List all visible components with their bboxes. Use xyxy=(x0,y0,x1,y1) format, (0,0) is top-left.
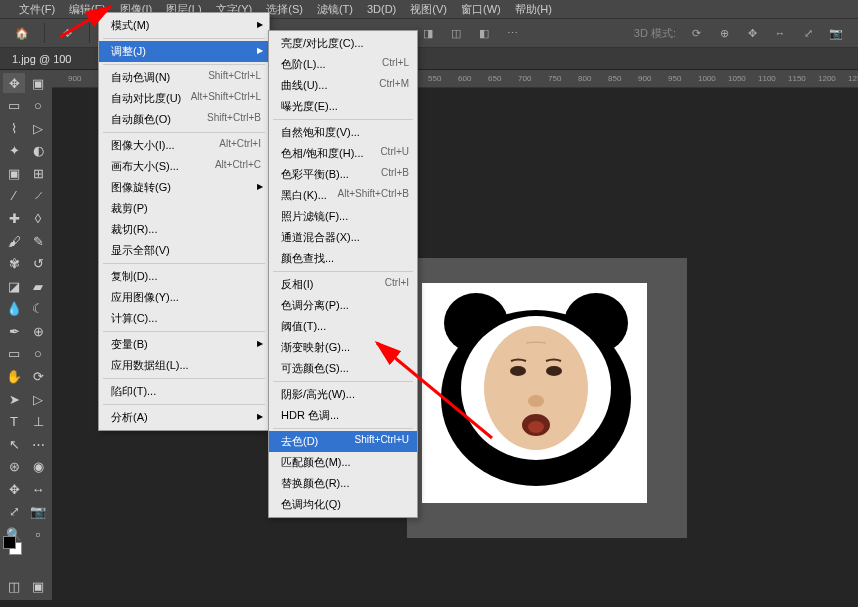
pencil-tool[interactable]: ✎ xyxy=(27,231,49,251)
3d-pan-tool[interactable]: ✥ xyxy=(3,479,25,499)
eyedropper-tool[interactable]: ⁄ xyxy=(3,186,25,206)
brush-tool[interactable]: 🖌 xyxy=(3,231,25,251)
poly-lasso-tool[interactable]: ▷ xyxy=(27,118,49,138)
menu-trim[interactable]: 裁切(R)... xyxy=(99,219,269,240)
quick-select-tool[interactable]: ◐ xyxy=(27,141,49,161)
menu-equalize[interactable]: 色调均化(Q) xyxy=(269,494,417,515)
add-anchor-tool[interactable]: ⊕ xyxy=(27,321,49,341)
crop-tool[interactable]: ▣ xyxy=(3,163,25,183)
ellipse-tool[interactable]: ○ xyxy=(27,344,49,364)
menu-apply-image[interactable]: 应用图像(Y)... xyxy=(99,287,269,308)
3d-roll-tool[interactable]: ◉ xyxy=(27,457,49,477)
menu-curves[interactable]: 曲线(U)...Ctrl+M xyxy=(269,75,417,96)
3d-camera-icon[interactable]: 📷 xyxy=(824,21,848,45)
menu-hue-saturation[interactable]: 色相/饱和度(H)...Ctrl+U xyxy=(269,143,417,164)
3d-orbit-icon[interactable]: ⟳ xyxy=(684,21,708,45)
menu-auto-tone[interactable]: 自动色调(N)Shift+Ctrl+L xyxy=(99,67,269,88)
menubar-item-8[interactable]: 视图(V) xyxy=(403,0,454,19)
menu-photo-filter[interactable]: 照片滤镜(F)... xyxy=(269,206,417,227)
menu-color-lookup[interactable]: 颜色查找... xyxy=(269,248,417,269)
3d-camera-tool[interactable]: 📷 xyxy=(27,502,49,522)
dodge-tool[interactable]: ☾ xyxy=(27,299,49,319)
menu-apply-dataset[interactable]: 应用数据组(L)... xyxy=(99,355,269,376)
menu-exposure[interactable]: 曝光度(E)... xyxy=(269,96,417,117)
menu-color-balance[interactable]: 色彩平衡(B)...Ctrl+B xyxy=(269,164,417,185)
menu-brightness-contrast[interactable]: 亮度/对比度(C)... xyxy=(269,33,417,54)
ruler-tick: 750 xyxy=(548,74,561,83)
history-brush-tool[interactable]: ↺ xyxy=(27,254,49,274)
foreground-color[interactable] xyxy=(3,536,16,549)
direct-select-tool[interactable]: ▷ xyxy=(27,389,49,409)
screen-mode-tool[interactable]: ▣ xyxy=(27,576,49,596)
more-icon[interactable]: ⋯ xyxy=(500,21,524,45)
ruler-tick: 1250 xyxy=(848,74,858,83)
wand-tool[interactable]: ✦ xyxy=(3,141,25,161)
menubar-item-10[interactable]: 帮助(H) xyxy=(508,0,559,19)
svg-line-11 xyxy=(60,7,110,37)
lasso-tool[interactable]: ⌇ xyxy=(3,118,25,138)
menu-canvas-size[interactable]: 画布大小(S)...Alt+Ctrl+C xyxy=(99,156,269,177)
menu-replace-color[interactable]: 替换颜色(R)... xyxy=(269,473,417,494)
color-swatches[interactable] xyxy=(3,536,23,556)
align-right-icon[interactable]: ◧ xyxy=(472,21,496,45)
menu-invert[interactable]: 反相(I)Ctrl+I xyxy=(269,274,417,295)
more-tool-2[interactable]: ▫ xyxy=(27,525,49,545)
rect-tool[interactable]: ▭ xyxy=(3,344,25,364)
frame-tool[interactable]: ⊞ xyxy=(27,163,49,183)
ruler-tool[interactable]: ⟋ xyxy=(27,186,49,206)
quickmask-tool[interactable]: ◫ xyxy=(3,576,25,596)
align-left-icon[interactable]: ◨ xyxy=(416,21,440,45)
vtype-tool[interactable]: ⊥ xyxy=(27,412,49,432)
ellipse-marquee-tool[interactable]: ○ xyxy=(27,96,49,116)
menu-posterize[interactable]: 色调分离(P)... xyxy=(269,295,417,316)
blur-tool[interactable]: 💧 xyxy=(3,299,25,319)
menu-auto-contrast[interactable]: 自动对比度(U)Alt+Shift+Ctrl+L xyxy=(99,88,269,109)
document-tab[interactable]: 1.jpg @ 100 xyxy=(12,53,72,65)
marquee-tool[interactable]: ▭ xyxy=(3,96,25,116)
stamp-tool[interactable]: ✾ xyxy=(3,254,25,274)
home-icon[interactable]: 🏠 xyxy=(10,21,34,45)
move-tool[interactable]: ✥ xyxy=(3,73,25,93)
3d-scale-tool[interactable]: ⤢ xyxy=(3,502,25,522)
menubar-item-6[interactable]: 滤镜(T) xyxy=(310,0,360,19)
menu-analysis[interactable]: 分析(A) xyxy=(99,407,269,428)
align-hcenter-icon[interactable]: ◫ xyxy=(444,21,468,45)
svg-point-7 xyxy=(528,395,544,407)
menubar-item-7[interactable]: 3D(D) xyxy=(360,1,403,17)
menu-levels[interactable]: 色阶(L)...Ctrl+L xyxy=(269,54,417,75)
menu-match-color[interactable]: 匹配颜色(M)... xyxy=(269,452,417,473)
type-tool[interactable]: T xyxy=(3,412,25,432)
heal-tool[interactable]: ✚ xyxy=(3,208,25,228)
3d-scale-icon[interactable]: ⤢ xyxy=(796,21,820,45)
menu-reveal-all[interactable]: 显示全部(V) xyxy=(99,240,269,261)
menu-vibrance[interactable]: 自然饱和度(V)... xyxy=(269,122,417,143)
pen-tool[interactable]: ✒ xyxy=(3,321,25,341)
patch-tool[interactable]: ◊ xyxy=(27,208,49,228)
eraser-tool[interactable]: ◪ xyxy=(3,276,25,296)
hand-tool[interactable]: ✋ xyxy=(3,367,25,387)
path-select-tool[interactable]: ➤ xyxy=(3,389,25,409)
menu-variables[interactable]: 变量(B) xyxy=(99,334,269,355)
menu-crop[interactable]: 裁剪(P) xyxy=(99,198,269,219)
menu-calculations[interactable]: 计算(C)... xyxy=(99,308,269,329)
menu-black-white[interactable]: 黑白(K)...Alt+Shift+Ctrl+B xyxy=(269,185,417,206)
more-tool[interactable]: ⋯ xyxy=(27,434,49,454)
arrow-tool[interactable]: ↖ xyxy=(3,434,25,454)
svg-point-5 xyxy=(510,366,526,376)
menu-image-size[interactable]: 图像大小(I)...Alt+Ctrl+I xyxy=(99,135,269,156)
3d-roll-icon[interactable]: ⊕ xyxy=(712,21,736,45)
3d-pan-icon[interactable]: ✥ xyxy=(740,21,764,45)
menubar-item-9[interactable]: 窗口(W) xyxy=(454,0,508,19)
3d-slide-icon[interactable]: ↔ xyxy=(768,21,792,45)
rotate-tool[interactable]: ⟳ xyxy=(27,367,49,387)
menu-auto-color[interactable]: 自动颜色(O)Shift+Ctrl+B xyxy=(99,109,269,130)
3d-slide-tool[interactable]: ↔ xyxy=(27,479,49,499)
menu-duplicate[interactable]: 复制(D)... xyxy=(99,266,269,287)
artboard-tool[interactable]: ▣ xyxy=(27,73,49,93)
menu-adjustments[interactable]: 调整(J) xyxy=(99,41,269,62)
gradient-tool[interactable]: ▰ xyxy=(27,276,49,296)
3d-rotate-tool[interactable]: ⊛ xyxy=(3,457,25,477)
menu-channel-mixer[interactable]: 通道混合器(X)... xyxy=(269,227,417,248)
menu-image-rotation[interactable]: 图像旋转(G) xyxy=(99,177,269,198)
menu-trap[interactable]: 陷印(T)... xyxy=(99,381,269,402)
